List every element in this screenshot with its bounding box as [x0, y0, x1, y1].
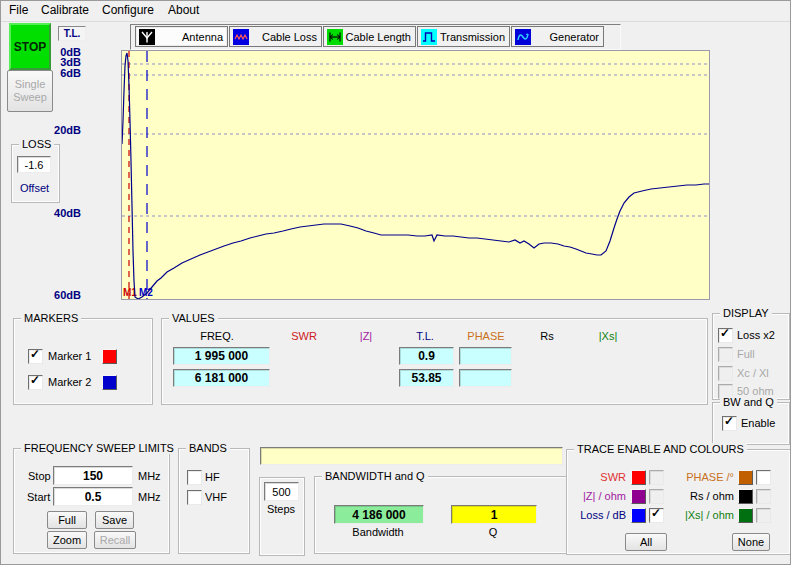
generator-icon: [515, 29, 531, 45]
single-sweep-label-1: Single: [15, 78, 46, 91]
bandwidth-label: Bandwidth: [334, 526, 422, 538]
tab-generator[interactable]: Generator: [511, 26, 604, 47]
start-freq-field[interactable]: 0.5: [53, 487, 133, 506]
header-phase: PHASE: [456, 330, 516, 342]
display-xcxl-checkbox[interactable]: [718, 366, 733, 381]
antenna-icon: [139, 29, 155, 45]
band-vhf-checkbox[interactable]: [187, 490, 202, 505]
trace-xs-checkbox[interactable]: [756, 508, 771, 523]
marker1-label: Marker 1: [48, 350, 91, 362]
trace-rs-label: Rs / ohm: [664, 490, 734, 502]
tab-strip: Antenna Cable Loss Cable Length: [130, 24, 621, 50]
trace-swr-swatch[interactable]: [631, 470, 646, 485]
display-lossx2-checkbox[interactable]: [718, 328, 733, 343]
stop-freq-field[interactable]: 150: [53, 466, 133, 485]
cable-loss-icon: [233, 29, 249, 45]
marker1-checkbox[interactable]: [28, 349, 43, 364]
all-button[interactable]: All: [625, 533, 667, 551]
bandwidth-group-title: BANDWIDTH and Q: [322, 470, 428, 482]
steps-field[interactable]: 500: [264, 482, 299, 501]
trace-rs-swatch[interactable]: [738, 489, 753, 504]
tab-cable-loss[interactable]: Cable Loss: [229, 26, 322, 47]
zoom-button[interactable]: Zoom: [47, 531, 87, 549]
phase-marker2-field: [459, 369, 512, 387]
trace-loss-swatch[interactable]: [631, 508, 646, 523]
header-freq: FREQ.: [187, 330, 247, 342]
menu-about[interactable]: About: [162, 1, 205, 20]
q-label: Q: [451, 526, 535, 538]
tab-transmission-label: Transmission: [437, 31, 505, 43]
axis-label-20db: 20dB: [41, 124, 81, 136]
tab-cable-loss-label: Cable Loss: [249, 31, 317, 43]
loss-offset-label: Offset: [11, 182, 58, 194]
loss-group-title: LOSS: [19, 138, 54, 150]
tab-cable-length[interactable]: Cable Length: [323, 26, 416, 47]
steps-label: Steps: [259, 503, 303, 515]
tab-transmission[interactable]: Transmission: [417, 26, 510, 47]
loss-offset-field[interactable]: -1.6: [17, 156, 51, 173]
trace-swr-label: SWR: [566, 471, 626, 483]
loss-trace: [122, 53, 709, 299]
chart-svg: M1M2: [122, 51, 709, 299]
band-hf-checkbox[interactable]: [187, 470, 202, 485]
trace-z-label: |Z| / ohm: [566, 490, 626, 502]
menu-bar: File Calibrate Configure About: [1, 1, 790, 22]
trace-swr-checkbox[interactable]: [649, 470, 664, 485]
marker2-checkbox[interactable]: [28, 375, 43, 390]
chart-canvas[interactable]: M1M2: [121, 50, 710, 300]
trace-xs-swatch[interactable]: [738, 508, 753, 523]
menu-file[interactable]: File: [3, 1, 34, 20]
trace-rs-checkbox[interactable]: [756, 489, 771, 504]
frequency-entry-field[interactable]: [260, 447, 563, 465]
display-group-title: DISPLAY: [720, 307, 772, 319]
phase-marker1-field: [459, 347, 512, 365]
start-freq-unit: MHz: [138, 491, 161, 503]
transmission-icon: [421, 29, 437, 45]
header-rs: Rs: [517, 330, 577, 342]
header-z: |Z|: [336, 330, 396, 342]
display-full-checkbox[interactable]: [718, 347, 733, 362]
band-vhf-label: VHF: [205, 491, 227, 503]
display-full-label: Full: [737, 348, 755, 360]
marker1-color-swatch[interactable]: [102, 349, 117, 364]
stop-freq-label: Stop: [28, 470, 51, 482]
trace-z-checkbox[interactable]: [649, 489, 664, 504]
marker2-color-swatch[interactable]: [102, 375, 117, 390]
menu-configure[interactable]: Configure: [96, 1, 160, 20]
tl-indicator: T.L.: [58, 26, 86, 41]
trace-phase-label: PHASE /°: [664, 471, 734, 483]
trace-loss-checkbox[interactable]: [649, 508, 664, 523]
save-button[interactable]: Save: [95, 511, 134, 529]
tab-cable-length-label: Cable Length: [343, 31, 411, 43]
header-swr: SWR: [274, 330, 334, 342]
bwq-enable-label: Enable: [741, 417, 775, 429]
trace-phase-checkbox[interactable]: [756, 470, 771, 485]
display-xcxl-label: Xc / Xl: [737, 367, 769, 379]
stop-freq-unit: MHz: [138, 470, 161, 482]
header-tl: T.L.: [395, 330, 455, 342]
bwq-group-title: BW and Q: [720, 396, 777, 408]
axis-label-60db: 60dB: [41, 289, 81, 301]
none-button[interactable]: None: [732, 533, 770, 551]
header-xs: |Xs|: [578, 330, 638, 342]
tab-antenna[interactable]: Antenna: [135, 26, 228, 47]
bwq-enable-checkbox[interactable]: [722, 416, 737, 431]
tl-marker2-field: 53.85: [399, 369, 454, 387]
single-sweep-label-2: Sweep: [13, 91, 47, 104]
cable-length-icon: [327, 29, 343, 45]
display-lossx2-label: Loss x2: [737, 329, 775, 341]
recall-button[interactable]: Recall: [94, 531, 136, 549]
tab-antenna-label: Antenna: [155, 31, 223, 43]
trace-phase-swatch[interactable]: [738, 470, 753, 485]
start-freq-label: Start: [27, 491, 50, 503]
axis-label-40db: 40dB: [41, 207, 81, 219]
full-button[interactable]: Full: [47, 511, 87, 529]
trace-z-swatch[interactable]: [631, 489, 646, 504]
freq-marker1-field[interactable]: 1 995 000: [173, 347, 270, 365]
menu-calibrate[interactable]: Calibrate: [35, 1, 95, 20]
trace-xs-label: |Xs| / ohm: [664, 509, 734, 521]
sweep-group-title: FREQUENCY SWEEP LIMITS: [21, 442, 177, 454]
band-hf-label: HF: [205, 471, 220, 483]
freq-marker2-field[interactable]: 6 181 000: [173, 369, 270, 387]
q-value-field: 1: [451, 505, 537, 524]
